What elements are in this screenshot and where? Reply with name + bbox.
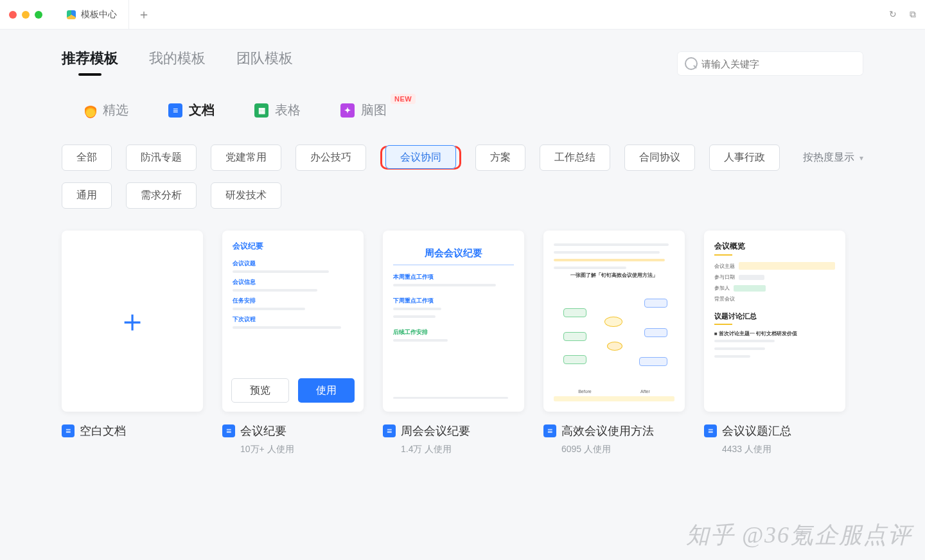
template-name: 周会会议纪要 <box>401 423 470 439</box>
preview-field-label: 背景会议 <box>714 295 735 302</box>
template-thumb: 一张图了解「钉钉高效会议使用方法」 Before After <box>543 231 685 412</box>
chip-office-tips[interactable]: 办公技巧 <box>295 144 366 171</box>
main-nav-recommended[interactable]: 推荐模板 <box>62 49 118 78</box>
type-tab-doc[interactable]: 文档 <box>168 101 215 119</box>
template-name: 会议议题汇总 <box>722 423 791 439</box>
chip-general[interactable]: 通用 <box>62 182 112 209</box>
doc-icon <box>543 424 556 437</box>
close-window-icon[interactable] <box>9 11 17 19</box>
filter-row-2: 通用 需求分析 研发技术 <box>62 182 863 209</box>
minimize-window-icon[interactable] <box>22 11 30 19</box>
preview-title: 会议概览 <box>714 241 835 252</box>
chip-work-summary[interactable]: 工作总结 <box>540 144 610 171</box>
chip-meeting-highlight-box: 会议协同 <box>380 146 461 170</box>
new-tab-button[interactable]: ＋ <box>129 6 159 23</box>
preview-field-label: 参加人 <box>714 284 730 292</box>
preview-bullet: 首次讨论主题一 钉钉文档研发价值 <box>719 331 797 337</box>
preview-title: 一张图了解「钉钉高效会议使用方法」 <box>554 272 674 279</box>
chip-dev-tech[interactable]: 研发技术 <box>211 182 281 209</box>
template-usage: 10万+ 人使用 <box>240 444 364 455</box>
preview-field-label: 参与日期 <box>714 274 735 281</box>
type-tab-sheet[interactable]: 表格 <box>254 101 301 119</box>
preview-section: 会议信息 <box>233 278 353 286</box>
doc-icon <box>383 424 396 437</box>
main-nav-my-templates[interactable]: 我的模板 <box>149 49 206 78</box>
app-menu-icon[interactable]: ⧉ <box>910 9 916 20</box>
main-content: 推荐模板 我的模板 团队模板 精选 文档 表格 脑图 NEW 全部 <box>0 30 925 560</box>
sort-dropdown[interactable]: 按热度显示 <box>803 151 863 164</box>
preview-section: 后续工作安排 <box>393 328 514 337</box>
preview-section: 会议议题 <box>233 259 353 268</box>
maximize-window-icon[interactable] <box>35 11 42 19</box>
main-nav: 推荐模板 我的模板 团队模板 <box>62 49 863 78</box>
template-thumb: ＋ <box>62 231 203 412</box>
preview-button[interactable]: 预览 <box>231 378 289 403</box>
type-tab-label: 表格 <box>275 101 301 119</box>
card-hover-actions: 预览 使用 <box>222 369 364 412</box>
template-thumb: 周会会议纪要 本周重点工作项 下周重点工作项 后续工作安排 <box>383 231 524 412</box>
mindmap-figure <box>554 289 674 387</box>
preview-title: 会议纪要 <box>233 241 353 252</box>
search-input[interactable] <box>677 51 863 76</box>
template-name: 高效会议使用方法 <box>561 423 654 439</box>
chip-hr-admin[interactable]: 人事行政 <box>709 144 780 171</box>
window-controls <box>9 11 42 19</box>
preview-field-label: 会议主题 <box>714 263 735 270</box>
type-tab-label: 文档 <box>189 101 215 119</box>
preview-section: 议题讨论汇总 <box>714 311 835 321</box>
sheet-icon <box>254 103 269 118</box>
type-tab-mindmap[interactable]: 脑图 NEW <box>340 101 387 119</box>
titlebar: 模板中心 ＋ ↻ ⧉ <box>0 0 925 30</box>
type-tab-label: 脑图 <box>361 101 387 119</box>
template-card-weekly-meeting[interactable]: 周会会议纪要 本周重点工作项 下周重点工作项 后续工作安排 周会会议纪要 1.4… <box>383 231 524 455</box>
type-tab-featured[interactable]: 精选 <box>85 101 128 119</box>
compare-label: Before <box>578 389 592 394</box>
plus-icon: ＋ <box>117 301 148 342</box>
filter-row-1: 全部 防汛专题 党建常用 办公技巧 会议协同 方案 工作总结 合同协议 人事行政… <box>62 144 863 171</box>
type-tab-label: 精选 <box>103 101 128 119</box>
preview-section: 任务安排 <box>233 297 353 305</box>
compare-label: After <box>640 389 650 394</box>
preview-section: 下次议程 <box>233 315 353 324</box>
template-usage: 1.4万 人使用 <box>401 444 524 455</box>
preview-section: 下周重点工作项 <box>393 297 514 305</box>
preview-section: 本周重点工作项 <box>393 273 514 281</box>
chip-requirement[interactable]: 需求分析 <box>126 182 197 209</box>
doc-icon <box>168 103 182 118</box>
template-thumb: 会议纪要 会议议题 会议信息 任务安排 下次议程 预览 使用 <box>222 231 364 412</box>
tab-title: 模板中心 <box>81 9 117 21</box>
template-name: 会议纪要 <box>240 423 286 439</box>
new-badge: NEW <box>391 94 416 104</box>
preview-title: 周会会议纪要 <box>393 247 514 259</box>
template-card-effective-meeting[interactable]: 一张图了解「钉钉高效会议使用方法」 Before After <box>543 231 685 455</box>
template-thumb: 会议概览 会议主题 参与日期 参加人 背景会议 议题讨论汇总 <box>704 231 845 412</box>
chip-flood[interactable]: 防汛专题 <box>126 144 197 171</box>
doc-icon <box>222 424 235 437</box>
template-grid: ＋ 空白文档 会议纪要 会议议题 会议信息 任务安排 下次议程 预览 <box>62 231 863 455</box>
sync-icon[interactable]: ↻ <box>889 9 897 20</box>
template-name: 空白文档 <box>80 423 126 439</box>
template-card-topics-summary[interactable]: 会议概览 会议主题 参与日期 参加人 背景会议 议题讨论汇总 <box>704 231 845 455</box>
chip-all[interactable]: 全部 <box>62 144 112 171</box>
use-button[interactable]: 使用 <box>298 378 355 403</box>
type-tabs: 精选 文档 表格 脑图 NEW <box>85 101 863 119</box>
template-usage: 4433 人使用 <box>722 444 845 455</box>
chip-party[interactable]: 党建常用 <box>211 144 281 171</box>
doc-icon <box>62 424 75 437</box>
search-box <box>677 51 863 76</box>
doc-icon <box>704 424 717 437</box>
browser-tab[interactable]: 模板中心 <box>55 0 129 30</box>
chip-plan[interactable]: 方案 <box>475 144 525 171</box>
chip-meeting-collab[interactable]: 会议协同 <box>385 145 456 169</box>
template-card-meeting-minutes[interactable]: 会议纪要 会议议题 会议信息 任务安排 下次议程 预览 使用 会议纪要 10万+… <box>222 231 364 455</box>
fire-icon <box>85 103 96 118</box>
template-card-blank[interactable]: ＋ 空白文档 <box>62 231 203 455</box>
template-usage: 6095 人使用 <box>561 444 685 455</box>
mindmap-icon <box>340 103 355 118</box>
chip-contract[interactable]: 合同协议 <box>624 144 695 171</box>
main-nav-team-templates[interactable]: 团队模板 <box>236 49 293 78</box>
